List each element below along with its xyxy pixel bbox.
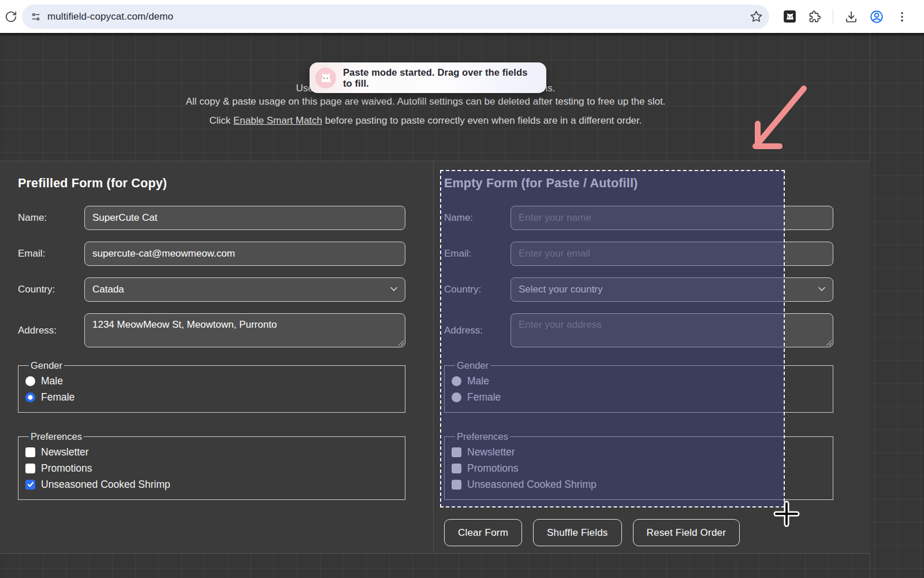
- extensions-button[interactable]: [805, 7, 825, 27]
- download-icon: [844, 10, 858, 24]
- profile-icon: [869, 9, 884, 24]
- paste-name-input[interactable]: [511, 206, 833, 230]
- radio-male-unchecked[interactable]: [25, 376, 35, 386]
- toolbar-actions: [780, 7, 912, 27]
- paste-pref-shrimp-option[interactable]: Unseasoned Cooked Shrimp: [452, 476, 826, 492]
- paste-email-row: Email:: [444, 242, 833, 266]
- paste-country-select[interactable]: Select your country: [511, 277, 833, 302]
- paste-address-label: Address:: [444, 325, 511, 336]
- copy-gender-male-option[interactable]: Male: [25, 373, 398, 389]
- checkbox-promotions-unchecked[interactable]: [25, 464, 35, 473]
- copy-name-input[interactable]: [84, 206, 405, 230]
- downloads-button[interactable]: [841, 7, 861, 27]
- paste-country-label: Country:: [444, 284, 511, 295]
- puzzle-icon: [808, 10, 822, 24]
- chevron-down-icon: [818, 286, 826, 292]
- demo-page: Use the Multifield Copycat extension to …: [0, 33, 924, 578]
- copy-preferences-legend: Preferences: [29, 431, 84, 442]
- paste-pref-promotions-option[interactable]: Promotions: [452, 460, 826, 476]
- reload-icon: [5, 10, 17, 23]
- prefilled-form-title: Prefilled Form (for Copy): [18, 176, 405, 191]
- copy-preferences-fieldset: Preferences Newsletter Promotions Unseas…: [18, 431, 405, 500]
- paste-email-label: Email:: [444, 248, 511, 260]
- cat-icon: [315, 68, 336, 88]
- enable-smart-match-link[interactable]: Enable Smart Match: [233, 115, 322, 126]
- site-settings-icon[interactable]: [30, 11, 42, 23]
- copy-email-row: Email:: [18, 242, 405, 266]
- copy-pref-newsletter-option[interactable]: Newsletter: [25, 444, 398, 460]
- forms-panel: Prefilled Form (for Copy) Name: Email: C…: [0, 161, 870, 554]
- paste-gender-legend: Gender: [455, 360, 490, 371]
- copy-address-textarea[interactable]: 1234 MeowMeow St, Meowtown, Purronto: [84, 313, 405, 347]
- checkbox-newsletter-unchecked[interactable]: [25, 447, 35, 457]
- toast-message: Paste mode started. Drag over the fields…: [343, 67, 537, 89]
- checkbox-shrimp-checked[interactable]: [25, 480, 35, 490]
- toolbar-divider: [833, 9, 833, 24]
- paste-gender-male-option[interactable]: Male: [452, 373, 826, 389]
- copy-country-label: Country:: [18, 284, 84, 295]
- paste-mode-toast: Paste mode started. Drag over the fields…: [310, 62, 546, 93]
- checkbox-promotions-unchecked[interactable]: [452, 464, 461, 473]
- copy-country-row: Country: Catada: [18, 277, 405, 302]
- paste-name-row: Name:: [444, 206, 833, 230]
- paste-email-input[interactable]: [511, 242, 833, 266]
- reset-field-order-button[interactable]: Reset Field Order: [633, 519, 740, 546]
- copy-gender-female-option[interactable]: Female: [25, 389, 398, 405]
- paste-gender-female-option[interactable]: Female: [452, 389, 826, 405]
- intro-line-4: Click Enable Smart Match before pasting …: [0, 114, 851, 127]
- browser-menu-button[interactable]: [892, 7, 912, 27]
- paste-preferences-legend: Preferences: [455, 431, 510, 442]
- radio-female-unchecked[interactable]: [452, 392, 461, 402]
- copy-gender-legend: Gender: [29, 360, 64, 371]
- paste-pref-newsletter-option[interactable]: Newsletter: [452, 444, 826, 460]
- address-bar[interactable]: multifield-copycat.com/demo: [22, 5, 769, 29]
- checkbox-newsletter-unchecked[interactable]: [452, 447, 461, 457]
- chevron-down-icon: [390, 286, 398, 292]
- paste-address-textarea[interactable]: [511, 313, 833, 347]
- browser-toolbar: multifield-copycat.com/demo: [0, 0, 924, 33]
- copy-pref-promotions-option[interactable]: Promotions: [25, 460, 398, 476]
- copy-name-row: Name:: [18, 206, 405, 230]
- form-actions: Clear Form Shuffle Fields Reset Field Or…: [444, 519, 833, 546]
- empty-form-title: Empty Form (for Paste / Autofill): [444, 176, 833, 191]
- copy-country-select[interactable]: Catada: [84, 277, 405, 302]
- copy-email-label: Email:: [18, 248, 84, 260]
- paste-gender-fieldset: Gender Male Female: [444, 360, 833, 413]
- copy-email-input[interactable]: [84, 242, 405, 266]
- url-text[interactable]: multifield-copycat.com/demo: [47, 11, 173, 23]
- copy-address-label: Address:: [18, 325, 84, 336]
- clear-form-button[interactable]: Clear Form: [444, 519, 522, 546]
- copy-name-label: Name:: [18, 212, 84, 224]
- reload-button[interactable]: [1, 7, 21, 27]
- copycat-extension-button[interactable]: [780, 7, 799, 27]
- profile-button[interactable]: [867, 7, 886, 27]
- radio-female-checked[interactable]: [25, 392, 35, 402]
- checkbox-shrimp-unchecked[interactable]: [452, 480, 461, 490]
- copy-pref-shrimp-option[interactable]: Unseasoned Cooked Shrimp: [25, 476, 398, 492]
- intro-line-2: All copy & paste usage on this page are …: [0, 95, 851, 108]
- copy-address-row: Address: 1234 MeowMeow St, Meowtown, Pur…: [18, 313, 405, 347]
- radio-male-unchecked[interactable]: [452, 376, 461, 386]
- kebab-menu-icon: [896, 10, 908, 23]
- cat-extension-icon: [783, 9, 797, 24]
- bookmark-star-icon[interactable]: [749, 9, 763, 26]
- empty-form: Empty Form (for Paste / Autofill) Name: …: [434, 161, 870, 553]
- prefilled-form: Prefilled Form (for Copy) Name: Email: C…: [0, 161, 434, 553]
- paste-name-label: Name:: [444, 212, 511, 224]
- copy-gender-fieldset: Gender Male Female: [18, 360, 405, 413]
- shuffle-fields-button[interactable]: Shuffle Fields: [533, 519, 622, 546]
- paste-address-row: Address:: [444, 313, 833, 347]
- paste-country-row: Country: Select your country: [444, 277, 833, 302]
- paste-preferences-fieldset: Preferences Newsletter Promotions Unseas…: [444, 431, 833, 500]
